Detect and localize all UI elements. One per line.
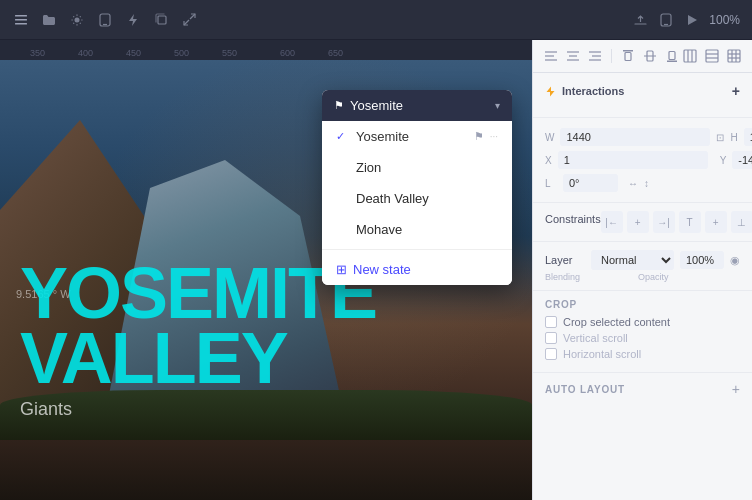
content-area: 350 400 450 500 550 600 650 — [0, 40, 752, 500]
ruler-mark-450: 450 — [126, 48, 141, 58]
blending-sublabel: Blending — [545, 272, 580, 282]
link-icon[interactable]: ⊡ — [716, 132, 724, 143]
ruler-mark-500: 500 — [174, 48, 189, 58]
toolbar-right: 100% — [631, 11, 740, 29]
svg-marker-39 — [547, 86, 555, 96]
zoom-label[interactable]: 100% — [709, 13, 740, 27]
align-right-icon[interactable] — [587, 48, 603, 64]
opacity-input[interactable] — [680, 251, 724, 269]
horizontal-scroll-label: Horizontal scroll — [563, 348, 641, 360]
constraints-label: Constraints — [545, 213, 601, 225]
panel-divider-1 — [611, 49, 612, 63]
angle-input[interactable] — [563, 174, 618, 192]
svg-rect-34 — [728, 50, 740, 62]
auto-layout-section: AUTO LAYOUT + — [533, 373, 752, 405]
width-input[interactable] — [560, 128, 710, 146]
crop-content-label: Crop selected content — [563, 316, 670, 328]
flip-v-icon[interactable]: ↕ — [644, 178, 649, 189]
svg-line-8 — [190, 14, 195, 19]
ruler-horizontal: 350 400 450 500 550 600 650 — [0, 40, 532, 60]
layer-label: Layer — [545, 254, 585, 266]
item-action-yosemite[interactable]: ··· — [490, 131, 498, 142]
app-container: 100% 350 400 450 500 550 600 650 — [0, 0, 752, 500]
upload-icon[interactable] — [631, 11, 649, 29]
ruler-mark-550: 550 — [222, 48, 237, 58]
align-center-icon[interactable] — [565, 48, 581, 64]
flip-h-icon[interactable]: ↔ — [628, 178, 638, 189]
constraint-vcenter[interactable]: + — [705, 211, 727, 233]
right-panel: Interactions + W ⊡ H ⊞ X — [532, 40, 752, 500]
dropdown-item-death-valley[interactable]: Death Valley — [322, 183, 512, 214]
y-input[interactable] — [732, 151, 752, 169]
constraint-hcenter[interactable]: + — [627, 211, 649, 233]
text-middle-icon[interactable] — [642, 48, 658, 64]
grid-col-icon[interactable] — [682, 48, 698, 64]
auto-layout-add-button[interactable]: + — [732, 381, 740, 397]
auto-layout-title: AUTO LAYOUT — [545, 384, 625, 395]
vertical-scroll-label: Vertical scroll — [563, 332, 628, 344]
yosemite-subtitle: Giants — [20, 399, 376, 420]
svg-rect-22 — [623, 50, 633, 52]
check-icon: ✓ — [336, 130, 350, 143]
grid-full-icon[interactable] — [726, 48, 742, 64]
flag-icon: ⚑ — [334, 99, 344, 112]
constraint-right[interactable]: →| — [653, 211, 675, 233]
svg-rect-28 — [684, 50, 696, 62]
svg-rect-2 — [15, 23, 27, 25]
interactions-add-button[interactable]: + — [732, 83, 740, 99]
bolt-icon[interactable] — [124, 11, 142, 29]
w-label: W — [545, 132, 554, 143]
dropdown-item-mohave[interactable]: Mohave — [322, 214, 512, 245]
dropdown-header[interactable]: ⚑ Yosemite ▾ — [322, 90, 512, 121]
title-line2: VALLEY — [20, 326, 376, 391]
copy-icon[interactable] — [152, 11, 170, 29]
ruler-mark-350: 350 — [30, 48, 45, 58]
preview-device-icon[interactable] — [657, 11, 675, 29]
svg-rect-24 — [644, 56, 656, 57]
vertical-scroll-checkbox[interactable] — [545, 332, 557, 344]
dropdown-header-left: ⚑ Yosemite — [334, 98, 403, 113]
panel-toolbar — [533, 40, 752, 73]
svg-line-9 — [184, 20, 189, 25]
svg-rect-27 — [669, 52, 675, 60]
play-icon[interactable] — [683, 11, 701, 29]
dropdown-item-yosemite[interactable]: ✓ Yosemite ⚑ ··· — [322, 121, 512, 152]
item-flag-yosemite: ⚑ — [474, 130, 484, 143]
grid-row-icon[interactable] — [704, 48, 720, 64]
plus-square-icon: ⊞ — [336, 262, 347, 277]
svg-rect-31 — [706, 50, 718, 62]
constraints-section: Constraints |← + →| T + ⊥ — [533, 203, 752, 242]
dropdown-item-zion[interactable]: Zion — [322, 152, 512, 183]
crop-section: CROP Crop selected content Vertical scro… — [533, 291, 752, 373]
constraint-top[interactable]: T — [679, 211, 701, 233]
text-top-icon[interactable] — [620, 48, 636, 64]
text-bottom-icon[interactable] — [664, 48, 680, 64]
folder-icon[interactable] — [40, 11, 58, 29]
settings-icon[interactable] — [68, 11, 86, 29]
svg-point-3 — [75, 17, 80, 22]
chevron-down-icon: ▾ — [495, 100, 500, 111]
horizontal-scroll-checkbox[interactable] — [545, 348, 557, 360]
blend-mode-select[interactable]: Normal Multiply Screen Overlay — [591, 250, 674, 270]
x-label: X — [545, 155, 552, 166]
x-input[interactable] — [558, 151, 708, 169]
height-input[interactable] — [744, 128, 752, 146]
panel-toolbar-right-icons — [682, 48, 742, 64]
item-label-mohave: Mohave — [356, 222, 498, 237]
angle-label: L — [545, 178, 557, 189]
new-state-item[interactable]: ⊞ New state — [322, 254, 512, 285]
constraint-bottom[interactable]: ⊥ — [731, 211, 752, 233]
visibility-icon[interactable]: ◉ — [730, 254, 740, 267]
svg-rect-1 — [15, 19, 27, 21]
menu-icon[interactable] — [12, 11, 30, 29]
expand-icon[interactable] — [180, 11, 198, 29]
auto-layout-header: AUTO LAYOUT + — [545, 381, 740, 397]
device-icon[interactable] — [96, 11, 114, 29]
panel-toolbar-left-icons — [543, 48, 680, 64]
align-left-icon[interactable] — [543, 48, 559, 64]
constraints-icons: |← + →| T + ⊥ — [601, 211, 752, 233]
crop-content-checkbox[interactable] — [545, 316, 557, 328]
dropdown-panel: ⚑ Yosemite ▾ ✓ Yosemite ⚑ ··· — [322, 90, 512, 285]
constraint-left[interactable]: |← — [601, 211, 623, 233]
canvas-background: 9.5165 ° W YOSEMITE VALLEY Giants ⚑ Yose… — [0, 60, 532, 500]
